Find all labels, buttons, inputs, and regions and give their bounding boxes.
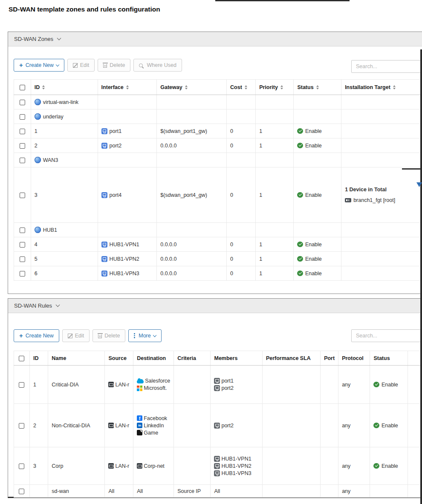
member-row: 2 port2 0.0.0.0 0 1 Enable [14, 138, 422, 153]
cell-priority: 1 [256, 138, 294, 153]
cell-source: LAN-r [105, 447, 133, 485]
more-button[interactable]: More [128, 329, 161, 342]
cell-status: Enable [370, 447, 408, 485]
row-checkbox[interactable] [20, 114, 25, 120]
edit-pencil-icon [68, 334, 72, 338]
cell-status: Enable [294, 266, 341, 281]
create-new-button[interactable]: + Create New [14, 329, 59, 342]
sort-icon[interactable] [316, 85, 319, 89]
row-checkbox[interactable] [19, 464, 24, 469]
column-header-status[interactable]: Status [370, 351, 408, 366]
sdwan-zones-panel-header[interactable]: SD-WAN Zones [8, 32, 422, 46]
column-header-cost[interactable]: Cost [227, 80, 256, 95]
column-header-priority[interactable]: Priority [256, 80, 294, 95]
column-header-performance-sla[interactable]: Performance SLA [262, 351, 320, 366]
column-header-destination[interactable]: Destination [133, 351, 174, 366]
row-checkbox[interactable] [20, 143, 25, 149]
member-row: 4 HUB1-VPN1 0.0.0.0 0 1 Enable [14, 237, 422, 252]
cell-priority: 1 [256, 124, 294, 138]
row-checkbox[interactable] [20, 193, 25, 198]
column-header-installation-target[interactable]: Installation Target [341, 80, 422, 95]
salesforce-cloud-icon [137, 380, 144, 383]
rules-search-input[interactable] [351, 329, 422, 342]
cell-id: 1 [29, 366, 48, 404]
zones-search-input[interactable] [351, 60, 422, 73]
sort-icon[interactable] [393, 85, 396, 89]
row-checkbox[interactable] [20, 158, 25, 163]
column-header-members[interactable]: Members [211, 351, 262, 366]
rule-row: 1 Critical-DIA LAN-r Salesforce Microsof… [14, 366, 422, 404]
cell-members: All [211, 485, 262, 498]
select-all-checkbox[interactable] [19, 356, 24, 361]
subnet-icon [108, 423, 114, 428]
cell-interface: HUB1-VPN2 [98, 252, 157, 266]
column-header-port[interactable]: Port [321, 351, 338, 366]
cell-id: 2 [31, 138, 98, 153]
edit-button[interactable]: Edit [67, 59, 95, 72]
sort-icon[interactable] [280, 85, 283, 89]
chevron-down-icon [56, 63, 59, 66]
member-row: 6 HUB1-VPN3 0.0.0.0 0 1 Enable [14, 266, 422, 281]
cell-status [370, 485, 408, 498]
interface-port-icon [214, 385, 220, 391]
row-checkbox[interactable] [20, 100, 25, 105]
sort-icon[interactable] [185, 85, 188, 89]
row-checkbox[interactable] [20, 271, 25, 276]
cell-destination: Facebook LinkedIn Game [133, 404, 174, 447]
interface-port-icon [214, 470, 220, 476]
linkedin-icon [137, 423, 142, 428]
cell-destination: Corp-net [133, 447, 174, 485]
cell-id: underlay [31, 109, 98, 124]
interface-port-icon [101, 192, 107, 198]
check-circle-icon [297, 143, 303, 149]
column-header-id[interactable]: ID [31, 80, 98, 95]
search-icon [139, 63, 143, 67]
row-checkbox[interactable] [19, 382, 24, 388]
chevron-down-icon [57, 36, 61, 40]
column-header-name[interactable]: Name [48, 351, 105, 366]
column-header-interface[interactable]: Interface [98, 80, 157, 95]
delete-button[interactable]: Delete [98, 59, 130, 72]
column-header-criteria[interactable]: Criteria [174, 351, 211, 366]
cell-port [321, 404, 338, 447]
check-circle-icon [373, 423, 379, 429]
create-new-button[interactable]: + Create New [14, 59, 64, 72]
cell-protocol: any [338, 366, 370, 404]
cell-id: 1 [31, 124, 98, 138]
installation-target-device[interactable]: branch1_fgt [root] [345, 197, 419, 203]
cell-cost: 0 [227, 167, 256, 223]
where-used-button[interactable]: Where Used [133, 59, 182, 72]
row-checkbox[interactable] [20, 228, 25, 233]
row-checkbox[interactable] [19, 423, 24, 429]
rule-row: 3 Corp LAN-r Corp-net HUB1-VPN1 HUB1-VPN… [14, 447, 422, 485]
sdwan-rules-panel: SD-WAN Rules + Create New Edit Delete Mo… [8, 298, 422, 498]
column-header-status[interactable]: Status [294, 80, 341, 95]
row-checkbox[interactable] [20, 242, 25, 248]
cell-gateway: $(sdwan_port4_gw) [157, 167, 227, 223]
sort-icon[interactable] [126, 85, 129, 89]
column-header-gateway[interactable]: Gateway [157, 80, 227, 95]
row-checkbox[interactable] [20, 256, 25, 262]
row-checkbox[interactable] [19, 489, 24, 494]
cell-status: Enable [370, 404, 408, 447]
sdwan-rules-panel-header[interactable]: SD-WAN Rules [8, 299, 422, 313]
sort-icon[interactable] [245, 85, 247, 89]
cell-gateway: 0.0.0.0 [157, 138, 227, 153]
globe-icon [35, 99, 41, 105]
sdwan-zones-panel: SD-WAN Zones + Create New Edit Delete Wh… [8, 32, 422, 294]
cell-cost: 0 [227, 266, 256, 281]
interface-port-icon [101, 271, 107, 276]
zone-row: HUB1 [14, 223, 422, 237]
delete-button[interactable]: Delete [92, 329, 125, 342]
row-checkbox[interactable] [20, 129, 25, 134]
subnet-icon [137, 463, 142, 469]
column-header-protocol[interactable]: Protocol [338, 351, 370, 366]
column-header-source[interactable]: Source [105, 351, 133, 366]
column-header-id[interactable]: ID [29, 351, 48, 366]
screen-artifact-top-line [215, 0, 350, 1]
cell-criteria [174, 404, 211, 447]
select-all-checkbox[interactable] [20, 85, 25, 90]
sort-icon[interactable] [42, 85, 45, 89]
edit-button[interactable]: Edit [62, 329, 90, 342]
cell-criteria [174, 366, 211, 404]
